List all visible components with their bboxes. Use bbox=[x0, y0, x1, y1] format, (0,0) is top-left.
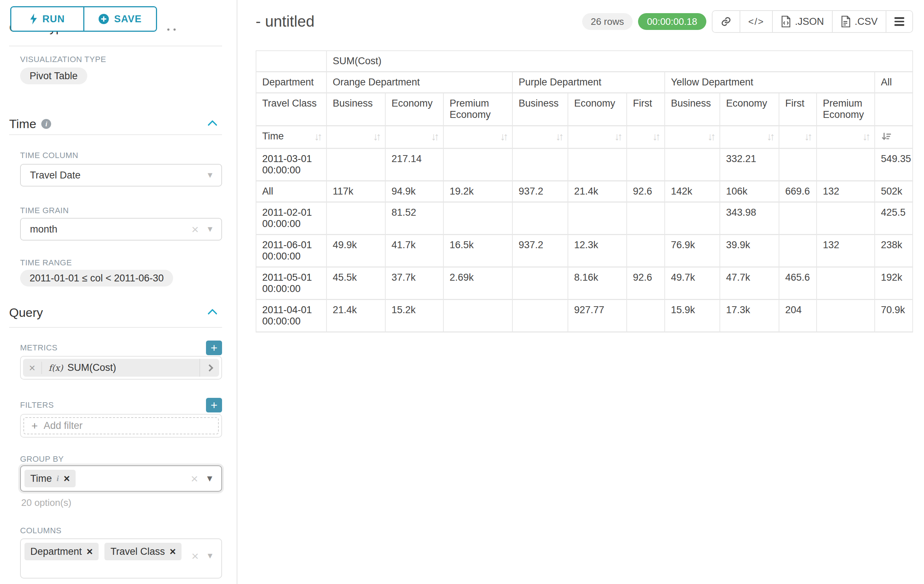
add-metric-button[interactable]: + bbox=[206, 341, 222, 355]
chart-title[interactable]: - untitled bbox=[256, 13, 314, 30]
chevron-up-icon[interactable] bbox=[208, 120, 217, 130]
cell-value: 332.21 bbox=[720, 148, 779, 181]
sort-header[interactable]: ↓↑ bbox=[779, 126, 817, 148]
chevron-down-icon[interactable]: ▼ bbox=[206, 171, 214, 180]
chart-panel: - untitled 26 rows 00:00:00.18 </> bbox=[238, 0, 924, 584]
cell-value bbox=[817, 148, 875, 181]
sort-header[interactable]: ↓↑ bbox=[627, 126, 665, 148]
run-button[interactable]: RUN bbox=[12, 7, 83, 31]
remove-chip-icon[interactable]: × bbox=[170, 546, 176, 557]
sort-header[interactable]: ↓↑ bbox=[720, 126, 779, 148]
cell-value bbox=[665, 202, 720, 235]
cell-value: 549.35 bbox=[875, 148, 912, 181]
time-grain-select[interactable]: month × ▼ bbox=[20, 218, 222, 240]
metrics-label: METRICS bbox=[20, 343, 58, 353]
column-group-header: All bbox=[875, 72, 912, 93]
cell-value: 45.5k bbox=[327, 267, 385, 299]
cell-value bbox=[817, 267, 875, 299]
share-link-button[interactable] bbox=[713, 11, 739, 32]
sort-icon[interactable]: ↓↑ bbox=[862, 132, 868, 142]
clear-icon[interactable]: × bbox=[191, 550, 199, 562]
sort-icon[interactable]: ↓↑ bbox=[556, 132, 562, 142]
cell-value: 17.3k bbox=[720, 299, 779, 332]
time-section-title: Time bbox=[9, 117, 36, 131]
table-row: 2011-04-01 00:00:0021.4k15.2k927.7715.9k… bbox=[256, 299, 912, 332]
remove-chip-icon[interactable]: × bbox=[64, 474, 70, 484]
add-filter-plus-button[interactable]: + bbox=[206, 398, 222, 413]
expand-metric-button[interactable] bbox=[200, 359, 219, 377]
csv-button-label: .CSV bbox=[855, 16, 878, 27]
cell-value: 132 bbox=[817, 181, 875, 202]
chevron-down-icon[interactable]: ▼ bbox=[206, 224, 214, 234]
cell-value bbox=[779, 235, 817, 267]
sort-header[interactable]: ↓↑ bbox=[568, 126, 627, 148]
cell-value: 142k bbox=[665, 181, 720, 202]
columns-chip-travel-class[interactable]: Travel Class × bbox=[104, 543, 182, 560]
column-header: Business bbox=[665, 93, 720, 126]
table-row: 2011-03-01 00:00:00217.14332.21549.35 bbox=[256, 148, 912, 181]
json-file-icon bbox=[781, 16, 791, 27]
sort-icon[interactable]: ↓↑ bbox=[373, 132, 379, 142]
sort-header[interactable] bbox=[875, 126, 912, 148]
column-group-header: Purple Department bbox=[512, 72, 665, 93]
table-row: 2011-06-01 00:00:0049.9k41.7k16.5k937.21… bbox=[256, 235, 912, 267]
chip-label: Travel Class bbox=[110, 546, 165, 558]
group-by-select[interactable]: Time i × × ▼ bbox=[20, 466, 222, 492]
sort-header[interactable]: ↓↑ bbox=[327, 126, 385, 148]
group-by-chip-time[interactable]: Time i × bbox=[25, 470, 76, 487]
export-csv-button[interactable]: .CSV bbox=[832, 11, 886, 32]
metric-header: SUM(Cost) bbox=[327, 51, 912, 72]
sort-header[interactable]: Time↓↑ bbox=[256, 126, 327, 148]
clear-icon[interactable]: × bbox=[191, 223, 199, 235]
sort-icon[interactable]: ↓↑ bbox=[500, 132, 506, 142]
sort-header[interactable]: ↓↑ bbox=[385, 126, 443, 148]
code-icon: </> bbox=[748, 16, 764, 27]
columns-select[interactable]: Department × Travel Class × × ▼ bbox=[20, 538, 222, 579]
viz-type-chip[interactable]: Pivot Table bbox=[20, 67, 87, 84]
function-icon: f(x) bbox=[49, 363, 63, 373]
add-filter-button[interactable]: + Add filter bbox=[23, 417, 219, 434]
columns-chip-department[interactable]: Department × bbox=[25, 543, 99, 560]
metric-pill[interactable]: × f(x) SUM(Cost) bbox=[23, 359, 219, 377]
chevron-up-icon[interactable] bbox=[208, 309, 217, 319]
chip-label: Department bbox=[30, 546, 82, 558]
clear-icon[interactable]: × bbox=[191, 472, 198, 485]
time-column-select[interactable]: Travel Date ▼ bbox=[20, 164, 222, 186]
ellipsis-dots bbox=[167, 26, 180, 32]
chevron-down-icon[interactable]: ▼ bbox=[205, 474, 214, 484]
export-json-button[interactable]: .JSON bbox=[772, 11, 832, 32]
row-label: 2011-04-01 00:00:00 bbox=[256, 299, 327, 332]
view-query-button[interactable]: </> bbox=[739, 11, 772, 32]
remove-metric-icon[interactable]: × bbox=[23, 362, 42, 374]
sort-header[interactable]: ↓↑ bbox=[443, 126, 512, 148]
row-label: 2011-06-01 00:00:00 bbox=[256, 235, 327, 267]
cell-value bbox=[665, 148, 720, 181]
sort-icon[interactable]: ↓↑ bbox=[767, 132, 773, 142]
column-header: Premium Economy bbox=[817, 93, 875, 126]
sort-icon[interactable]: ↓↑ bbox=[652, 132, 658, 142]
time-range-chip[interactable]: 2011-01-01 ≤ col < 2011-06-30 bbox=[20, 270, 173, 286]
cell-value bbox=[817, 202, 875, 235]
sort-header[interactable]: ↓↑ bbox=[665, 126, 720, 148]
sort-icon[interactable]: ↓↑ bbox=[314, 132, 320, 142]
cell-value bbox=[512, 299, 568, 332]
info-icon: i bbox=[41, 119, 51, 129]
sort-icon[interactable]: ↓↑ bbox=[614, 132, 620, 142]
save-button[interactable]: SAVE bbox=[83, 7, 156, 31]
cell-value: 92.6 bbox=[627, 267, 665, 299]
cell-value: 238k bbox=[875, 235, 912, 267]
menu-button[interactable] bbox=[886, 11, 912, 32]
columns-label: COLUMNS bbox=[20, 526, 238, 535]
sort-header[interactable]: ↓↑ bbox=[512, 126, 568, 148]
sort-header[interactable]: ↓↑ bbox=[817, 126, 875, 148]
chevron-down-icon[interactable]: ▼ bbox=[206, 551, 214, 561]
column-header: Economy bbox=[385, 93, 443, 126]
sort-icon[interactable]: ↓↑ bbox=[431, 132, 437, 142]
cell-value: 465.6 bbox=[779, 267, 817, 299]
sort-icon[interactable]: ↓↑ bbox=[708, 132, 714, 142]
sort-icon[interactable]: ↓↑ bbox=[804, 132, 810, 142]
cell-value: 70.9k bbox=[875, 299, 912, 332]
remove-chip-icon[interactable]: × bbox=[87, 546, 93, 557]
time-grain-label: TIME GRAIN bbox=[20, 206, 238, 216]
sort-desc-icon[interactable] bbox=[881, 132, 892, 142]
